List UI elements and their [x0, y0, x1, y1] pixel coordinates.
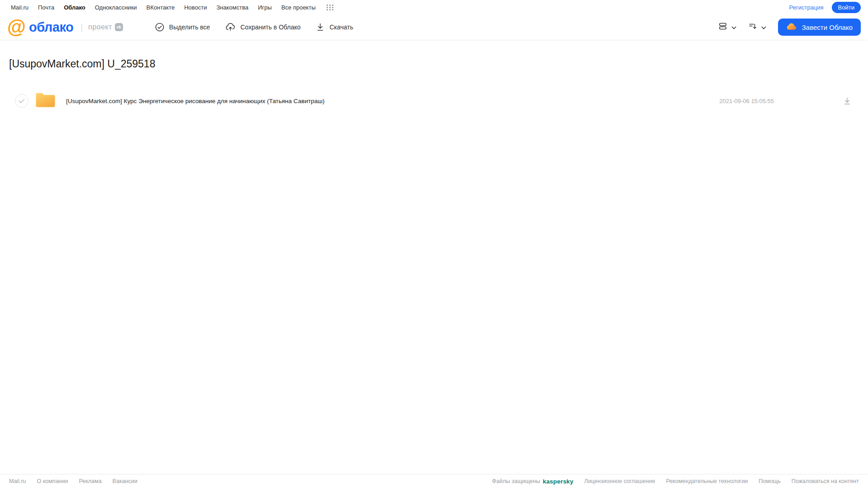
logo-separator: |	[81, 23, 83, 32]
footer-link-license[interactable]: Лицензионное соглашение	[584, 478, 655, 484]
nav-link-igry[interactable]: Игры	[258, 4, 272, 11]
registration-link[interactable]: Регистрация	[789, 4, 824, 11]
nav-link-znakomstva[interactable]: Знакомства	[216, 4, 248, 11]
cloud-upload-icon	[225, 22, 236, 32]
kaspersky-protection: Файлы защищены kaspersky	[492, 478, 574, 485]
chevron-down-icon	[731, 23, 736, 31]
file-date: 2021-09-06 15:05:55	[719, 98, 774, 104]
vk-icon: vk	[115, 23, 123, 31]
login-button[interactable]: Войти	[832, 2, 861, 13]
check-circle-icon	[155, 22, 165, 32]
nav-link-oblako[interactable]: Облако	[64, 4, 85, 11]
save-to-cloud-button[interactable]: Сохранить в Облако	[225, 22, 300, 32]
select-all-label: Выделить все	[169, 24, 210, 31]
sort-dropdown[interactable]	[748, 22, 766, 33]
main-content: [UsupovMarket.com] U_259518 [UsupovMarke…	[0, 58, 868, 111]
footer-right-links: Файлы защищены kaspersky Лицензионное со…	[492, 478, 859, 485]
kaspersky-logo[interactable]: kaspersky	[543, 478, 574, 485]
get-cloud-label: Завести Облако	[802, 24, 853, 31]
mailru-at-icon: @	[7, 19, 25, 36]
footer-link-ads[interactable]: Реклама	[79, 478, 101, 484]
topbar-right: Регистрация Войти	[789, 2, 861, 13]
footer: Mail.ru О компании Реклама Вакансии Файл…	[0, 474, 868, 488]
footer-left-links: Mail.ru О компании Реклама Вакансии	[9, 478, 138, 484]
chevron-down-icon	[761, 23, 766, 31]
cloud-logo[interactable]: @ облако | проект vk	[7, 19, 123, 36]
nav-link-vkontakte[interactable]: ВКонтакте	[147, 4, 175, 11]
file-name[interactable]: [UsupovMarket.com] Курс Энергетическое р…	[66, 98, 324, 104]
project-label: проект	[88, 23, 112, 31]
row-download-icon[interactable]	[843, 97, 852, 105]
all-projects-grid-icon[interactable]	[327, 5, 334, 10]
row-checkbox[interactable]	[15, 94, 28, 108]
select-all-button[interactable]: Выделить все	[155, 22, 210, 32]
footer-link-report[interactable]: Пожаловаться на контент	[792, 478, 859, 484]
check-icon	[19, 99, 25, 104]
nav-link-mailru[interactable]: Mail.ru	[11, 4, 28, 11]
folder-icon	[35, 92, 56, 110]
top-bar: Mail.ru Почта Облако Одноклассники ВКонт…	[0, 0, 868, 14]
download-icon	[316, 22, 325, 32]
nav-link-novosti[interactable]: Новости	[184, 4, 207, 11]
footer-link-mailru[interactable]: Mail.ru	[9, 478, 26, 484]
download-label: Скачать	[329, 24, 353, 31]
logo-text: облако	[29, 20, 73, 35]
file-toolbar: Выделить все Сохранить в Облако Скачать	[155, 22, 353, 32]
nav-link-pochta[interactable]: Почта	[38, 4, 54, 11]
header: @ облако | проект vk Выделить все Сохран…	[0, 14, 868, 40]
page-title: [UsupovMarket.com] U_259518	[9, 58, 868, 70]
footer-link-jobs[interactable]: Вакансии	[113, 478, 138, 484]
download-button[interactable]: Скачать	[316, 22, 353, 32]
get-cloud-button[interactable]: Завести Облако	[778, 19, 861, 36]
view-mode-dropdown[interactable]	[718, 22, 736, 33]
header-right: Завести Облако	[718, 19, 861, 36]
nav-link-all-projects[interactable]: Все проекты	[281, 4, 316, 11]
top-navigation: Mail.ru Почта Облако Одноклассники ВКонт…	[11, 4, 334, 11]
nav-link-odnoklassniki[interactable]: Одноклассники	[95, 4, 137, 11]
list-view-icon	[718, 22, 727, 33]
protected-label: Файлы защищены	[492, 478, 540, 484]
sort-icon	[748, 22, 757, 33]
file-row[interactable]: [UsupovMarket.com] Курс Энергетическое р…	[0, 91, 868, 111]
cloud-orange-icon	[786, 22, 797, 33]
save-to-cloud-label: Сохранить в Облако	[240, 24, 300, 31]
footer-link-recommendations[interactable]: Рекомендательные технологии	[666, 478, 748, 484]
footer-link-about[interactable]: О компании	[37, 478, 68, 484]
footer-link-help[interactable]: Помощь	[759, 478, 780, 484]
